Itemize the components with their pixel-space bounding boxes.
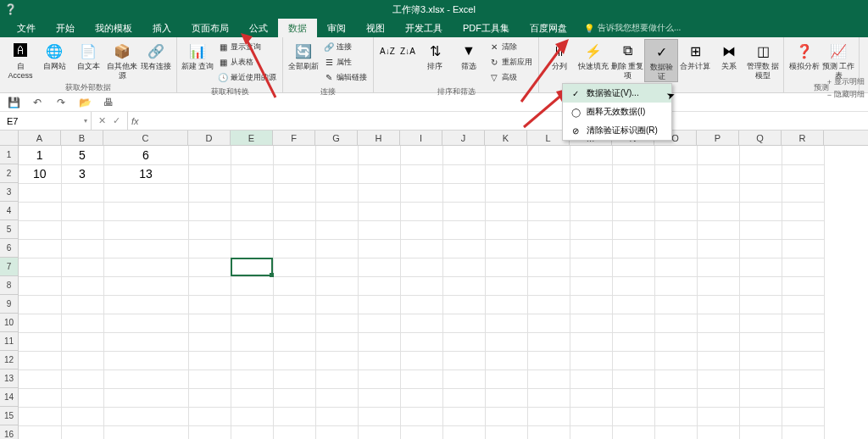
cell-B15[interactable]: [61, 407, 103, 425]
cell-P11[interactable]: [697, 332, 739, 351]
data-validation-button[interactable]: ✓数据验 证: [644, 39, 678, 82]
cell-A13[interactable]: [19, 370, 61, 388]
cell-K12[interactable]: [485, 351, 527, 370]
cell-G11[interactable]: [315, 332, 358, 351]
cell-M12[interactable]: [570, 351, 612, 370]
name-box[interactable]: E7▾: [0, 112, 92, 130]
cell-F16[interactable]: [273, 425, 315, 439]
cell-R8[interactable]: [782, 276, 824, 295]
cell-M2[interactable]: [570, 164, 612, 183]
cell-J10[interactable]: [442, 314, 485, 332]
cell-C11[interactable]: [103, 332, 188, 351]
cell-J8[interactable]: [442, 276, 485, 295]
cell-D15[interactable]: [188, 407, 231, 425]
cell-Q7[interactable]: [739, 258, 782, 276]
cell-F14[interactable]: [273, 388, 315, 407]
cell-M13[interactable]: [570, 370, 612, 388]
cell-R6[interactable]: [782, 239, 824, 258]
cell-D10[interactable]: [188, 314, 231, 332]
cell-Q15[interactable]: [739, 407, 782, 425]
cell-H11[interactable]: [358, 332, 400, 351]
cell-J14[interactable]: [442, 388, 485, 407]
cell-J3[interactable]: [442, 183, 485, 202]
row-header[interactable]: 11: [0, 332, 19, 351]
cell-G15[interactable]: [315, 407, 358, 425]
edit-links-button[interactable]: ✎编辑链接: [323, 71, 367, 83]
confirm-icon[interactable]: ✓: [113, 115, 120, 126]
cell-O9[interactable]: [654, 295, 697, 314]
cell-I6[interactable]: [400, 239, 442, 258]
cell-B13[interactable]: [61, 370, 103, 388]
cell-F1[interactable]: [273, 146, 315, 164]
cell-B3[interactable]: [61, 183, 103, 202]
cell-J15[interactable]: [442, 407, 485, 425]
from-access-button[interactable]: 🅰自 Access: [3, 39, 37, 81]
cell-H7[interactable]: [358, 258, 400, 276]
cell-J2[interactable]: [442, 164, 485, 183]
cell-A8[interactable]: [19, 276, 61, 295]
col-header[interactable]: I: [400, 131, 442, 145]
col-header[interactable]: F: [273, 131, 315, 145]
cell-B8[interactable]: [61, 276, 103, 295]
tab-baidu[interactable]: 百度网盘: [520, 19, 577, 37]
cell-K16[interactable]: [485, 425, 527, 439]
cell-L16[interactable]: [527, 425, 570, 439]
cell-R12[interactable]: [782, 351, 824, 370]
cell-Q16[interactable]: [739, 425, 782, 439]
cell-M5[interactable]: [570, 220, 612, 239]
circle-invalid-menuitem[interactable]: ◯圈释无效数据(I): [563, 103, 671, 121]
cell-E10[interactable]: [231, 314, 273, 332]
cell-Q8[interactable]: [739, 276, 782, 295]
cell-N11[interactable]: [612, 332, 654, 351]
cell-L13[interactable]: [527, 370, 570, 388]
cell-I13[interactable]: [400, 370, 442, 388]
tab-insert[interactable]: 插入: [142, 19, 181, 37]
save-button[interactable]: 💾: [7, 96, 20, 109]
cell-J1[interactable]: [442, 146, 485, 164]
cell-P4[interactable]: [697, 202, 739, 220]
cell-E15[interactable]: [231, 407, 273, 425]
cell-A4[interactable]: [19, 202, 61, 220]
cell-A6[interactable]: [19, 239, 61, 258]
cell-I3[interactable]: [400, 183, 442, 202]
tab-home[interactable]: 开始: [46, 19, 85, 37]
cell-D5[interactable]: [188, 220, 231, 239]
sort-button[interactable]: ⇅排序: [418, 39, 452, 71]
cell-M4[interactable]: [570, 202, 612, 220]
col-header[interactable]: P: [697, 131, 739, 145]
cell-L8[interactable]: [527, 276, 570, 295]
cell-P9[interactable]: [697, 295, 739, 314]
cell-P13[interactable]: [697, 370, 739, 388]
cell-Q11[interactable]: [739, 332, 782, 351]
cell-E16[interactable]: [231, 425, 273, 439]
connections-button[interactable]: 🔗连接: [323, 41, 367, 53]
cell-J4[interactable]: [442, 202, 485, 220]
cell-P15[interactable]: [697, 407, 739, 425]
cell-N12[interactable]: [612, 351, 654, 370]
cell-I7[interactable]: [400, 258, 442, 276]
cell-G9[interactable]: [315, 295, 358, 314]
cell-L2[interactable]: [527, 164, 570, 183]
cell-I4[interactable]: [400, 202, 442, 220]
cell-E13[interactable]: [231, 370, 273, 388]
cell-A2[interactable]: 10: [19, 164, 61, 183]
cell-M7[interactable]: [570, 258, 612, 276]
cell-C4[interactable]: [103, 202, 188, 220]
cell-K13[interactable]: [485, 370, 527, 388]
cell-C9[interactable]: [103, 295, 188, 314]
cell-I1[interactable]: [400, 146, 442, 164]
clear-filter-button[interactable]: ✕清除: [488, 41, 532, 53]
cell-B4[interactable]: [61, 202, 103, 220]
cell-D13[interactable]: [188, 370, 231, 388]
cell-E5[interactable]: [231, 220, 273, 239]
col-header[interactable]: Q: [739, 131, 782, 145]
cell-M11[interactable]: [570, 332, 612, 351]
cell-L6[interactable]: [527, 239, 570, 258]
cell-R5[interactable]: [782, 220, 824, 239]
cell-N4[interactable]: [612, 202, 654, 220]
cell-A5[interactable]: [19, 220, 61, 239]
properties-button[interactable]: ☰属性: [323, 56, 367, 68]
cell-B12[interactable]: [61, 351, 103, 370]
tab-developer[interactable]: 开发工具: [395, 19, 453, 37]
col-header[interactable]: E: [231, 131, 273, 145]
